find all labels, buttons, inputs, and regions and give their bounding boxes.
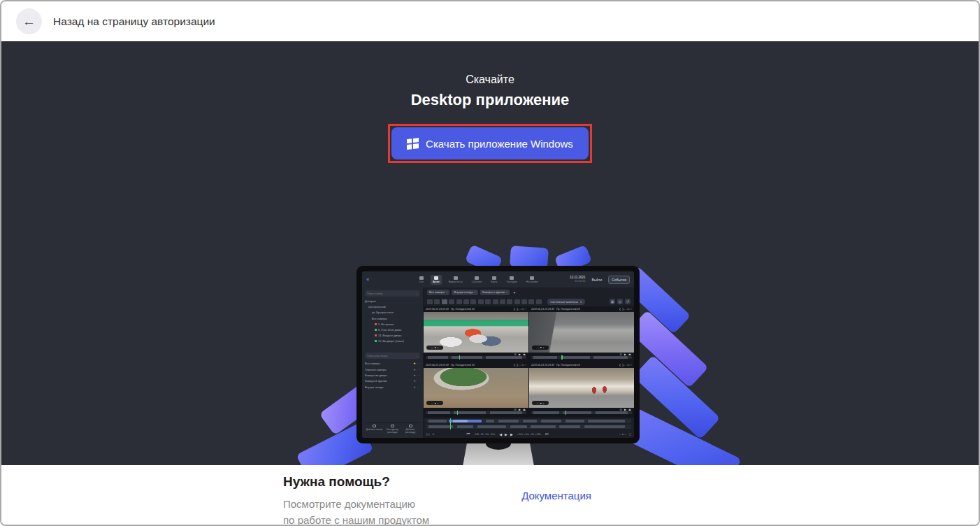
grid-layout-icon[interactable]	[521, 299, 527, 304]
add-layout-button[interactable]: Добавить раскладку	[401, 425, 419, 434]
playback-controls[interactable]: [+]⊙ ⏮ -24h -1h -1m -10s ◀▶▶ +10s +1m +1…	[426, 430, 631, 438]
more-icon[interactable]: ⋯	[417, 374, 420, 377]
vms-nav-bookmarks[interactable]: Закладки	[505, 275, 519, 285]
add-panel-button[interactable]: Добавить панель	[366, 425, 384, 434]
grid-layout-icon[interactable]	[470, 299, 476, 304]
add-layout-icon	[409, 425, 412, 427]
global-timeline[interactable]: [+]⊙ ⏮ -24h -1h -1m -10s ◀▶▶ +10s +1m +1…	[424, 417, 634, 438]
camera-feed-roundabout[interactable]: — ● +	[424, 368, 528, 408]
grid-layout-icon[interactable]	[493, 299, 498, 304]
tree-node[interactable]: Центральный	[365, 305, 420, 308]
vms-nav-settings[interactable]: Настройки	[524, 275, 540, 285]
star-icon[interactable]: ★	[413, 362, 416, 365]
camera-feed-street-shop[interactable]: — ● +	[424, 312, 528, 353]
monitor-illustration: « Live Архив Видеостены События Карта За…	[356, 266, 640, 443]
layout-grid-row: Системные шаблоны∨ ▣ ◎ ↺	[424, 297, 634, 306]
breadcrumb-chip[interactable]: Все камеры×	[427, 290, 449, 295]
layout-item[interactable]: Все камеры★⋯	[365, 362, 420, 365]
tree-node-camera[interactable]: 14. Входная дверь	[365, 334, 420, 337]
tool-icon[interactable]: ▣	[610, 299, 615, 304]
grid-layout-icon[interactable]	[514, 299, 520, 304]
more-icon[interactable]: ⋯	[417, 385, 420, 389]
snapshot-icon: ⊙	[432, 432, 434, 436]
back-arrow-icon: ←	[22, 14, 36, 29]
vms-nav-archive[interactable]: Архив	[431, 275, 442, 285]
step-fwd-icon: ▶	[510, 432, 513, 436]
hero-subtitle: Скачайте	[1, 73, 979, 86]
camera-timeline[interactable]: ⊙ ▶ ⏏	[424, 353, 528, 362]
layout-builder-button[interactable]: Конструктор раскладок	[384, 425, 402, 434]
tool-icon[interactable]: ↺	[625, 299, 630, 304]
grid-layout-icon[interactable]	[528, 299, 534, 304]
camera-feed-houses[interactable]: — ● +	[529, 368, 634, 408]
templates-dropdown[interactable]: Системные шаблоны∨	[547, 299, 584, 305]
tool-icon[interactable]: ◎	[617, 299, 623, 304]
camera-timeline[interactable]: ⊙ ▶ ⏏	[529, 353, 634, 362]
documentation-link[interactable]: Документация	[521, 490, 591, 502]
download-windows-button[interactable]: Скачать приложение Windows	[391, 127, 589, 159]
star-icon[interactable]: ★	[413, 379, 416, 383]
hero-title: Desktop приложение	[1, 91, 979, 109]
breadcrumb-chip[interactable]: Внутри склада×	[452, 290, 478, 295]
camera-timeline[interactable]: ⊙ ▶ ⏏	[529, 408, 634, 417]
vms-nav-live[interactable]: Live	[417, 275, 426, 285]
tree-node-camera[interactable]: 8. Угол 23 из дома	[365, 328, 420, 332]
layout-item[interactable]: Камеры в здании★⋯	[365, 379, 420, 383]
grid-layout-icon[interactable]	[427, 299, 433, 304]
zoom-control[interactable]: — ● +	[426, 346, 443, 350]
camera-feed-street[interactable]: — ● +	[529, 312, 634, 353]
step-back-labels: -24h -1h -1m -10s	[474, 433, 495, 436]
star-icon[interactable]: ★	[413, 368, 416, 371]
grid-layout-icon[interactable]	[536, 299, 542, 304]
tree-node[interactable]: Все камеры	[365, 317, 420, 320]
more-icon[interactable]: ⋯	[417, 379, 420, 383]
vms-nav-events[interactable]: События	[470, 275, 484, 285]
back-button[interactable]: ←	[16, 8, 42, 34]
grid-layout-icon[interactable]	[449, 299, 454, 304]
grid-layout-icon[interactable]	[478, 299, 484, 304]
vms-nav-videowalls[interactable]: Видеостены	[447, 275, 465, 285]
layout-item[interactable]: Внутри склада★⋯	[365, 385, 420, 389]
volume-slider[interactable]: — ● +	[619, 433, 626, 436]
camera-tile[interactable]: 2019.06.23 23:23:49Пр. Победителей 23 ❮ …	[529, 362, 634, 418]
camera-grid: 2019.06.23 23:23:49Пр. Победителей 23 ❮ …	[424, 306, 634, 417]
grid-layout-icon[interactable]	[463, 299, 469, 304]
camera-timeline[interactable]: ⊙ ▶ ⏏	[424, 408, 528, 417]
grid-layout-icon[interactable]	[434, 299, 440, 304]
vms-events-button[interactable]: События	[608, 276, 630, 284]
next-icon: ❯	[517, 364, 519, 367]
close-icon: ×	[630, 308, 632, 311]
grid-layout-icon[interactable]	[485, 299, 491, 304]
fullscreen-toggle-icon[interactable]: ▢	[628, 432, 631, 436]
grid-layout-icon[interactable]	[456, 299, 462, 304]
star-icon[interactable]: ★	[413, 374, 416, 377]
vms-layout-search[interactable]: Поиск раскладок⌕	[365, 353, 420, 359]
tree-node[interactable]: ул. Бухарестская	[365, 311, 420, 314]
close-icon[interactable]: ×	[506, 290, 507, 294]
close-icon[interactable]: ×	[475, 290, 476, 294]
tree-node-camera[interactable]: 15. Во дворе (тихая)	[365, 339, 420, 343]
tree-node[interactable]: Днепров	[365, 299, 420, 303]
grid-layout-icon[interactable]	[442, 299, 447, 304]
camera-tile[interactable]: 2019.06.23 23:23:49Пр. Победителей 23 ❮ …	[424, 306, 528, 362]
zoom-control[interactable]: — ● +	[532, 346, 549, 350]
more-icon[interactable]: ⋯	[417, 368, 420, 371]
zoom-control[interactable]: — ● +	[532, 401, 549, 405]
zoom-control[interactable]: — ● +	[426, 401, 443, 405]
close-icon[interactable]: ×	[446, 290, 447, 294]
grid-layout-icon[interactable]	[500, 299, 505, 304]
layout-item[interactable]: Камеры во дворе★⋯	[365, 374, 420, 377]
breadcrumb-chip[interactable]: Камеры в здании×	[480, 290, 510, 295]
tree-node-camera[interactable]: 5. На крыше	[365, 322, 420, 326]
grid-layout-icon[interactable]	[507, 299, 512, 304]
add-tab-icon[interactable]: +	[513, 290, 516, 294]
vms-camera-search[interactable]: Поиск камер⌕	[365, 290, 420, 297]
fullscreen-icon: ⛶	[625, 364, 627, 367]
camera-tile[interactable]: 2019.06.23 23:23:49Пр. Победителей 23 ❮ …	[529, 306, 634, 362]
layout-item[interactable]: Уличные камеры★⋯	[365, 368, 420, 371]
vms-logout-button[interactable]: Выйти	[589, 276, 605, 283]
more-icon[interactable]: ⋯	[417, 362, 420, 365]
camera-tile[interactable]: 2019.06.23 23:23:49Пр. Победителей 23 ❮ …	[424, 362, 528, 418]
vms-nav-map[interactable]: Карта	[489, 275, 499, 285]
star-icon[interactable]: ★	[413, 385, 416, 389]
